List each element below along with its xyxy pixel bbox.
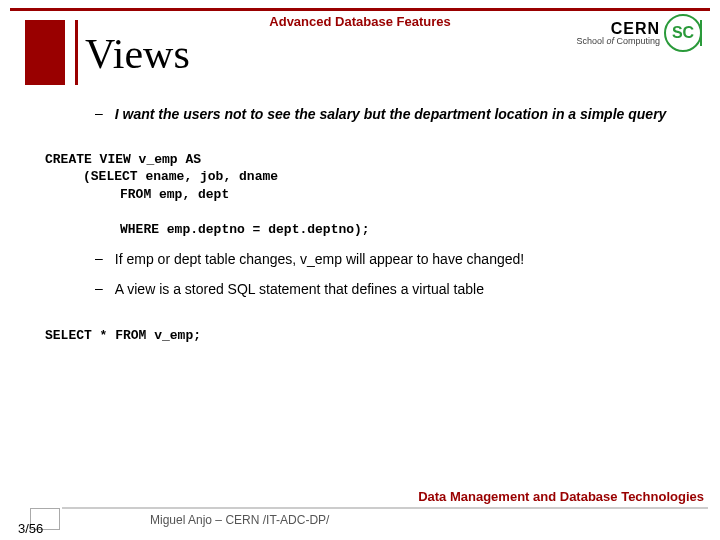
logo-subtitle: School of Computing <box>576 37 660 46</box>
dash-icon: – <box>95 280 103 296</box>
sql-code-block: SELECT * FROM v_emp; <box>45 310 700 345</box>
code-line: CREATE VIEW v_emp AS <box>45 152 201 167</box>
sql-code-block: CREATE VIEW v_emp AS (SELECT ename, job,… <box>45 133 700 238</box>
bullet-item: – I want the users not to see the salary… <box>45 105 700 123</box>
bullet-text: A view is a stored SQL statement that de… <box>115 280 484 300</box>
code-line: WHERE emp.deptno = dept.deptno); <box>45 222 370 237</box>
logo-circle-icon: SC <box>664 14 702 52</box>
dash-icon: – <box>95 250 103 266</box>
footer-author: Miguel Anjo – CERN /IT-ADC-DP/ <box>150 513 329 527</box>
bullet-item: – A view is a stored SQL statement that … <box>45 280 700 300</box>
footer-rule <box>62 507 708 509</box>
title-accent-block <box>25 20 65 85</box>
logo-text: CERN School of Computing <box>576 21 660 46</box>
slide-body: – I want the users not to see the salary… <box>45 105 700 357</box>
code-line: SELECT * FROM v_emp; <box>45 328 201 343</box>
code-line: (SELECT ename, job, dname <box>45 169 278 184</box>
slide-footer: 3/56 Miguel Anjo – CERN /IT-ADC-DP/ Data… <box>0 490 720 530</box>
code-line: FROM emp, dept <box>45 187 229 202</box>
logo-cern-word: CERN <box>576 21 660 37</box>
bullet-text: If emp or dept table changes, v_emp will… <box>115 250 524 270</box>
bullet-item: – If emp or dept table changes, v_emp wi… <box>45 250 700 270</box>
bullet-text: I want the users not to see the salary b… <box>115 105 667 123</box>
footer-track: Data Management and Database Technologie… <box>418 489 704 504</box>
page-number: 3/56 <box>18 521 43 536</box>
dash-icon: – <box>95 105 103 121</box>
slide-title: Views <box>85 30 190 78</box>
title-accent-line <box>75 20 78 85</box>
cern-logo: CERN School of Computing SC <box>576 14 702 52</box>
header-rule <box>10 8 710 11</box>
